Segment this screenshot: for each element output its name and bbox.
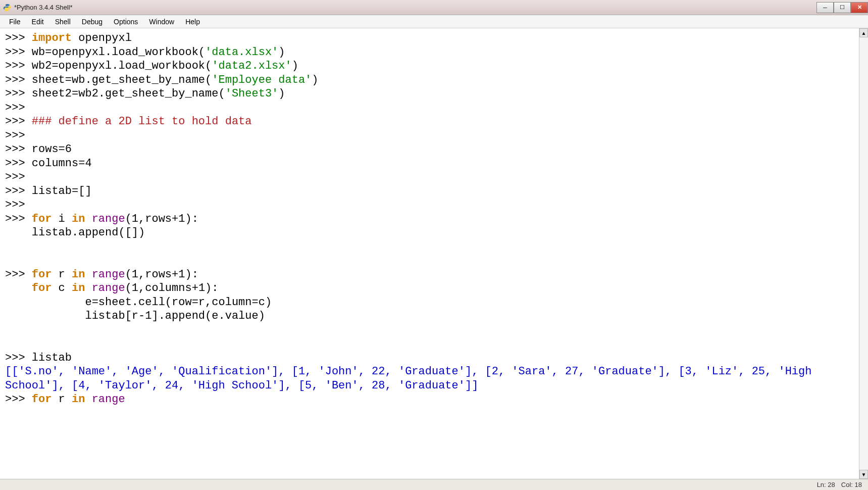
code-text: ) xyxy=(278,46,285,59)
prompt: >>> xyxy=(5,268,32,281)
code-text: ) xyxy=(278,87,285,100)
scroll-up-arrow-icon[interactable]: ▲ xyxy=(859,28,868,37)
code-body: listab.append([]) xyxy=(5,226,145,239)
indent xyxy=(5,282,32,295)
menu-edit[interactable]: Edit xyxy=(27,16,49,27)
titlebar-left: *Python 3.4.4 Shell* xyxy=(3,4,73,12)
prompt: >>> xyxy=(5,74,32,86)
maximize-button[interactable]: ☐ xyxy=(834,2,851,13)
code-text: (1,rows+1): xyxy=(125,268,198,281)
prompt: >>> xyxy=(5,129,32,142)
scroll-track[interactable] xyxy=(859,37,868,470)
code-body: listab[r-1].append(e.value) xyxy=(5,310,265,322)
code-text: rows=6 xyxy=(32,143,72,156)
code-text: wb=openpyxl.load_workbook( xyxy=(32,46,205,59)
status-col: Col: 18 xyxy=(841,481,862,488)
menu-file[interactable]: File xyxy=(4,16,26,27)
kw-in: in xyxy=(72,268,85,281)
code-text xyxy=(85,268,91,281)
prompt: >>> xyxy=(5,87,32,100)
menu-help[interactable]: Help xyxy=(180,16,205,27)
minimize-button[interactable]: ─ xyxy=(816,2,834,13)
comment: ### define a 2D list to hold data xyxy=(32,115,252,128)
python-shell-window: *Python 3.4.4 Shell* ─ ☐ ✕ File Edit She… xyxy=(0,0,868,490)
code-text: listab xyxy=(32,352,72,364)
code-text: openpyxl xyxy=(72,32,132,44)
prompt: >>> xyxy=(5,171,32,183)
kw-in: in xyxy=(72,213,85,225)
statusbar: Ln: 28 Col: 18 xyxy=(0,479,868,490)
prompt: >>> xyxy=(5,102,32,114)
code-text xyxy=(85,282,91,295)
vertical-scrollbar[interactable]: ▲ ▼ xyxy=(859,28,868,479)
code-text xyxy=(85,393,91,406)
code-text: c xyxy=(52,282,72,295)
window-controls: ─ ☐ ✕ xyxy=(816,2,868,13)
menu-options[interactable]: Options xyxy=(109,16,143,27)
shell-editor[interactable]: >>> import openpyxl>>> wb=openpyxl.load_… xyxy=(0,28,859,479)
prompt: >>> xyxy=(5,60,32,72)
kw-in: in xyxy=(72,282,85,295)
code-text: (1,rows+1): xyxy=(125,213,198,225)
code-text: wb2=openpyxl.load_workbook( xyxy=(32,60,212,72)
kw-for: for xyxy=(32,268,52,281)
prompt: >>> xyxy=(5,143,32,156)
kw-range: range xyxy=(92,393,125,406)
string-literal: 'data2.xlsx' xyxy=(212,60,291,72)
string-literal: 'Employee data' xyxy=(212,74,312,86)
string-literal: 'data.xlsx' xyxy=(205,46,278,59)
prompt: >>> xyxy=(5,46,32,59)
code-text xyxy=(85,213,91,225)
code-text: columns=4 xyxy=(32,157,92,170)
prompt: >>> xyxy=(5,32,32,44)
kw-for: for xyxy=(32,213,52,225)
python-icon xyxy=(3,4,11,12)
status-line: Ln: 28 xyxy=(817,481,835,488)
kw-range: range xyxy=(92,282,125,295)
output-repr: [['S.no', 'Name', 'Age', 'Qualification'… xyxy=(5,365,854,393)
kw-range: range xyxy=(92,268,125,281)
prompt: >>> xyxy=(5,115,32,128)
prompt: >>> xyxy=(5,352,32,364)
code-text: ) xyxy=(292,60,298,72)
code-text: sheet2=wb2.get_sheet_by_name( xyxy=(32,87,225,100)
prompt: >>> xyxy=(5,199,32,211)
menu-debug[interactable]: Debug xyxy=(77,16,108,27)
code-text: r xyxy=(52,393,72,406)
kw-in: in xyxy=(72,393,85,406)
code-text: i xyxy=(52,213,72,225)
code-text: sheet=wb.get_sheet_by_name( xyxy=(32,74,212,86)
code-text: listab=[] xyxy=(32,185,92,198)
menubar: File Edit Shell Debug Options Window Hel… xyxy=(0,15,868,28)
code-body: e=sheet.cell(row=r,column=c) xyxy=(5,296,272,309)
window-title: *Python 3.4.4 Shell* xyxy=(14,4,73,11)
prompt: >>> xyxy=(5,185,32,198)
scroll-down-arrow-icon[interactable]: ▼ xyxy=(859,470,868,479)
string-literal: 'Sheet3' xyxy=(225,87,279,100)
kw-for: for xyxy=(32,393,52,406)
content-area: >>> import openpyxl>>> wb=openpyxl.load_… xyxy=(0,28,868,479)
kw-for: for xyxy=(32,282,52,295)
kw-range: range xyxy=(92,213,125,225)
kw-import: import xyxy=(32,32,72,44)
code-text: ) xyxy=(312,74,318,86)
prompt: >>> xyxy=(5,393,32,406)
prompt: >>> xyxy=(5,213,32,225)
menu-shell[interactable]: Shell xyxy=(50,16,76,27)
prompt: >>> xyxy=(5,157,32,170)
code-text: r xyxy=(52,268,72,281)
titlebar: *Python 3.4.4 Shell* ─ ☐ ✕ xyxy=(0,0,868,15)
close-button[interactable]: ✕ xyxy=(851,2,868,13)
menu-window[interactable]: Window xyxy=(144,16,179,27)
code-text: (1,columns+1): xyxy=(125,282,219,295)
